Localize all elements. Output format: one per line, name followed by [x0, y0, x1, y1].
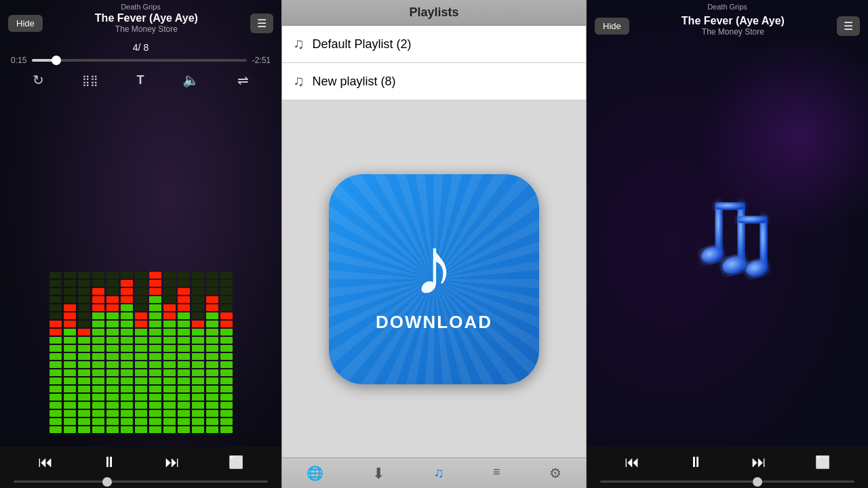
eq-segment [163, 312, 176, 319]
left-next-button[interactable]: ⏭ [165, 453, 180, 471]
eq-segment [78, 280, 90, 287]
eq-segment [149, 418, 161, 425]
eq-segment [92, 321, 104, 327]
right-volume-track[interactable] [600, 481, 854, 483]
left-list-button[interactable]: ☰ [250, 14, 273, 33]
left-volume-track[interactable] [14, 481, 268, 483]
repeat-button[interactable]: ↻ [33, 72, 44, 88]
eq-segment [64, 312, 76, 319]
lyrics-button[interactable]: T [136, 73, 144, 87]
left-hide-button[interactable]: Hide [8, 15, 43, 32]
eq-segment [64, 394, 76, 401]
eq-segment [121, 418, 133, 425]
tab-queue[interactable]: ≡ [485, 462, 509, 485]
progress-bar[interactable] [32, 59, 246, 62]
eq-col-8 [163, 272, 176, 433]
eq-segment [178, 353, 190, 360]
eq-segment [92, 386, 104, 392]
tab-web[interactable]: 🌐 [298, 462, 332, 485]
left-screen-button[interactable]: ⬜ [229, 455, 243, 470]
tab-download[interactable]: ⬇ [364, 462, 393, 485]
eq-segment [163, 337, 176, 344]
eq-segment [220, 426, 233, 433]
eq-segment [135, 353, 147, 360]
eq-segment [50, 345, 62, 352]
tab-settings[interactable]: ⚙ [541, 462, 570, 485]
right-next-button[interactable]: ⏭ [751, 453, 766, 471]
eq-segment [178, 312, 190, 319]
eq-segment [135, 272, 147, 279]
eq-segment [64, 418, 76, 425]
eq-segment [92, 337, 104, 344]
eq-segment [92, 288, 104, 295]
eq-segment [135, 288, 147, 295]
queue-icon: ≡ [493, 465, 500, 479]
eq-segment [178, 394, 190, 401]
eq-segment [206, 410, 218, 417]
eq-segment [220, 369, 233, 376]
eq-segment [192, 345, 204, 352]
eq-segment [220, 312, 233, 319]
svg-rect-1 [715, 203, 722, 253]
volume-button[interactable]: 🔈 [182, 72, 199, 88]
eq-segment [78, 312, 90, 319]
eq-segment [121, 272, 133, 279]
shuffle-button[interactable]: ⇌ [237, 72, 249, 88]
eq-segment [220, 378, 233, 384]
eq-segment [220, 345, 233, 352]
eq-segment [50, 337, 62, 344]
eq-segment [206, 296, 218, 303]
left-prev-button[interactable]: ⏮ [38, 453, 53, 471]
eq-segment [220, 272, 233, 279]
eq-segment [135, 312, 147, 319]
eq-segment [178, 288, 190, 295]
eq-segment [78, 272, 90, 279]
right-list-button[interactable]: ☰ [837, 16, 860, 36]
playlist-item-default[interactable]: ♫ Default Playlist (2) [282, 26, 586, 63]
right-prev-button[interactable]: ⏮ [625, 453, 639, 471]
eq-segment [106, 353, 119, 360]
playlists-header: Playlists [282, 0, 586, 26]
right-screen-button[interactable]: ⬜ [815, 455, 830, 470]
eq-segment [64, 426, 76, 433]
eq-segment [106, 321, 119, 327]
playlist-item-new[interactable]: ♫ New playlist (8) [282, 63, 586, 100]
eq-segment [78, 418, 90, 425]
download-button[interactable]: ♪ DOWNLOAD [329, 174, 539, 384]
right-hide-button[interactable]: Hide [595, 18, 629, 35]
eq-segment [149, 378, 161, 384]
eq-segment [149, 353, 161, 360]
eq-col-11 [206, 272, 218, 433]
eq-segment [50, 353, 62, 360]
eq-segment [163, 394, 176, 401]
eq-segment [149, 288, 161, 295]
eq-segment [135, 337, 147, 344]
right-pause-button[interactable]: ⏸ [688, 453, 703, 471]
left-pause-button[interactable]: ⏸ [102, 453, 117, 471]
eq-segment [149, 369, 161, 376]
eq-segment [149, 410, 161, 417]
eq-segment [220, 329, 233, 336]
eq-segment [78, 353, 90, 360]
eq-segment [64, 369, 76, 376]
eq-segment [220, 410, 233, 417]
eq-col-7 [149, 272, 161, 433]
eq-segment [178, 378, 190, 384]
playlist-icon-0: ♫ [293, 35, 304, 53]
left-volume-row [0, 478, 281, 488]
eq-col-2 [78, 272, 90, 433]
eq-segment [92, 345, 104, 352]
eq-segment [121, 304, 133, 311]
eq-segment [78, 378, 90, 384]
eq-segment [192, 369, 204, 376]
eq-segment [92, 394, 104, 401]
equalizer-button[interactable]: ⣿⣿ [82, 74, 98, 87]
eq-segment [149, 304, 161, 311]
eq-segment [92, 378, 104, 384]
eq-segment [206, 272, 218, 279]
eq-segment [149, 280, 161, 287]
tab-playlist[interactable]: ♫ [426, 462, 452, 485]
eq-segment [50, 280, 62, 287]
eq-segment [220, 337, 233, 344]
eq-segment [106, 312, 119, 319]
